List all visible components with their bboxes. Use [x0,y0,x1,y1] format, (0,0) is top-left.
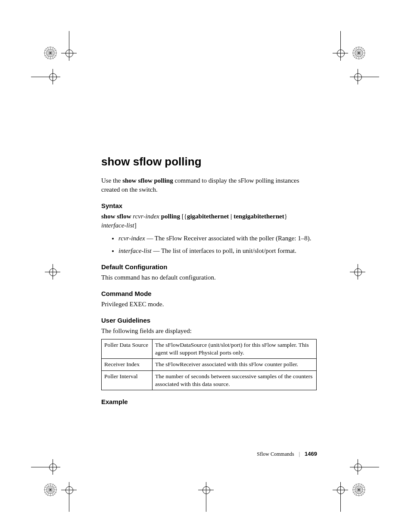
registration-starburst [352,47,365,59]
bullet-desc: — The sFlow Receiver associated with the… [145,235,311,242]
footer-section: Sflow Commands [257,451,294,457]
field-desc: The sFlowReceiver associated with this s… [153,359,317,370]
registration-crosshair [198,482,214,498]
registration-crosshair [333,45,348,61]
trim-line [340,31,341,47]
table-row: Poller Data Source The sFlowDataSource (… [102,339,317,359]
list-item: interface-list — The list of interfaces … [118,246,317,256]
list-item: rcvr-index — The sFlow Receiver associat… [118,233,317,243]
registration-crosshair [61,45,77,61]
registration-crosshair [350,69,365,84]
registration-crosshair [45,459,60,475]
default-config-text: This command has no default configuratio… [101,273,317,282]
footer-separator: | [299,451,300,457]
field-desc: The sFlowDataSource (unit/slot/port) for… [153,339,317,359]
intro-command: show sflow polling [122,177,173,184]
trim-line [364,77,379,77]
default-config-heading: Default Configuration [101,263,317,271]
registration-crosshair [45,264,60,280]
trim-line [69,496,69,512]
syntax-text: } [284,213,287,220]
command-mode-text: Privileged EXEC mode. [101,300,317,309]
field-name: Poller Data Source [102,339,153,359]
command-mode-heading: Command Mode [101,290,317,297]
intro-pre: Use the [101,177,122,184]
field-desc: The number of seconds between successive… [153,370,317,390]
page-number: 1469 [305,451,317,457]
field-name: Poller Interval [102,370,153,390]
fields-table: Poller Data Source The sFlowDataSource (… [101,339,317,390]
trim-line [31,467,47,467]
page-footer: Sflow Commands | 1469 [257,451,317,457]
syntax-text: ] [134,222,137,229]
registration-crosshair [350,459,365,475]
bullet-desc: — The list of interfaces to poll, in uni… [152,247,296,254]
registration-crosshair [350,264,365,280]
bullet-term: rcvr-index [118,235,145,242]
syntax-kw: show sflow [101,213,133,220]
field-name: Receiver Index [102,359,153,370]
trim-line [31,77,47,77]
syntax-line: show sflow rcvr-index polling [{gigabite… [101,212,317,230]
trim-line [364,467,379,467]
table-row: Poller Interval The number of seconds be… [102,370,317,390]
registration-starburst [44,483,57,496]
trim-line [206,496,206,512]
table-row: Receiver Index The sFlowReceiver associa… [102,359,317,370]
syntax-heading: Syntax [101,202,317,209]
syntax-var: rcvr-index [133,213,159,220]
trim-line [340,496,341,512]
registration-starburst [44,47,57,59]
registration-crosshair [333,482,348,498]
user-guidelines-heading: User Guidelines [101,317,317,324]
syntax-text: [{ [182,213,187,220]
example-heading: Example [101,398,317,405]
command-heading: show sflow polling [101,155,317,168]
syntax-kw: polling [159,213,182,220]
bullet-term: interface-list [118,247,152,254]
page-body: show sflow polling Use the show sflow po… [101,155,317,408]
syntax-bullets: rcvr-index — The sFlow Receiver associat… [101,233,317,255]
registration-crosshair [45,69,60,84]
user-guidelines-text: The following fields are displayed: [101,327,317,336]
trim-line [69,31,69,47]
registration-starburst [352,483,365,496]
intro-paragraph: Use the show sflow polling command to di… [101,176,317,194]
syntax-kw: gigabitethernet | tengigabitethernet [187,213,284,220]
syntax-var: interface-list [101,222,134,229]
registration-crosshair [61,482,77,498]
